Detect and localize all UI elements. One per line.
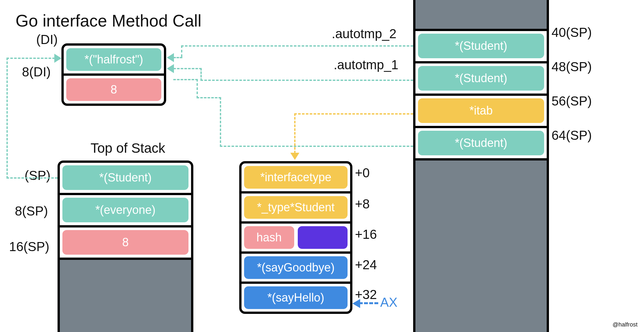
arrow-autotmp1-head — [167, 64, 174, 73]
stack-left-row-1: *(everyone) — [60, 195, 191, 227]
page-title: Go interface Method Call — [16, 11, 201, 30]
arrow-itab-head — [290, 153, 299, 160]
stack-right-row-1: *(Student) — [415, 63, 547, 96]
itab-row-2: hash — [242, 224, 350, 254]
itab-offset-0: +0 — [355, 166, 370, 180]
stack-right: *(Student) *(Student) *itab *(Student) — [413, 0, 549, 332]
stack-left-row-0: *(Student) — [60, 163, 191, 195]
stack-left-label-0: (SP) — [25, 168, 50, 183]
stack-left: *(Student) *(everyone) 8 — [58, 160, 193, 332]
right-label-sp-40: 40(SP) — [552, 25, 592, 40]
itab-cell-pad — [297, 225, 349, 250]
itab-row-4: *(sayHello) — [242, 284, 350, 312]
arrow-autotmp1-h — [200, 80, 413, 81]
itab-cell-hash: hash — [243, 225, 295, 250]
ax-label: AX — [380, 295, 397, 310]
stack-right-row-2: *itab — [415, 96, 547, 128]
arrow-autotmp2-h1 — [181, 45, 413, 47]
arrow-64sp-h2 — [197, 97, 221, 98]
stack-right-filler-top — [415, 0, 547, 31]
arrow-autotmp2-v — [181, 45, 182, 57]
itab-offset-3: +24 — [355, 258, 377, 272]
di-row-0: *("halfrost") — [64, 46, 164, 76]
stack-left-cell-8: 8 — [61, 229, 189, 256]
arrow-64sp-h — [220, 146, 413, 147]
stack-right-filler-bottom — [415, 160, 547, 332]
itab-row-3: *(sayGoodbye) — [242, 254, 350, 284]
itab-cell-type-student: *_type*Student — [243, 195, 349, 220]
right-label-autotmp1: .autotmp_1 — [334, 58, 398, 72]
stack-right-cell-student-3: *(Student) — [417, 130, 545, 156]
arrow-sp-head — [54, 54, 61, 63]
right-label-sp-48: 48(SP) — [552, 60, 592, 74]
stack-left-cell-everyone: *(everyone) — [61, 197, 189, 223]
arrow-sp-v — [6, 58, 8, 179]
di-label-bottom: 8(DI) — [22, 65, 51, 79]
itab-offset-2: +16 — [355, 227, 377, 242]
itab-block: *interfacetype *_type*Student hash *(say… — [239, 161, 352, 314]
stack-right-cell-itab: *itab — [417, 97, 545, 124]
stack-left-title: Top of Stack — [91, 140, 165, 156]
stack-left-label-2: 16(SP) — [9, 239, 49, 254]
di-cell-halfrost: *("halfrost") — [65, 47, 162, 72]
arrow-64sp-h3 — [173, 79, 198, 80]
itab-offset-1: +8 — [355, 197, 370, 211]
arrow-autotmp1-h2 — [173, 68, 202, 69]
stack-left-row-2: 8 — [60, 227, 191, 260]
arrow-64sp-v — [220, 97, 221, 147]
arrow-64sp-v2 — [197, 79, 198, 98]
stack-right-row-0: *(Student) — [415, 31, 547, 63]
stack-left-filler — [60, 260, 191, 332]
stack-right-row-3: *(Student) — [415, 128, 547, 160]
arrow-itab-h — [294, 113, 413, 115]
itab-offset-4: +32 — [355, 287, 377, 302]
right-label-sp-64: 64(SP) — [552, 128, 592, 143]
itab-cell-sayhello: *(sayHello) — [243, 285, 349, 310]
di-row-1: 8 — [64, 76, 164, 104]
right-label-autotmp2: .autotmp_2 — [332, 27, 396, 41]
itab-cell-interfacetype: *interfacetype — [243, 165, 349, 190]
di-block: *("halfrost") 8 — [61, 43, 166, 106]
arrow-sp-h2 — [6, 58, 55, 59]
stack-left-label-1: 8(SP) — [15, 204, 48, 218]
stack-right-cell-student-1: *(Student) — [417, 65, 545, 92]
arrow-autotmp2-head — [167, 53, 174, 62]
arrow-itab-v — [294, 113, 295, 153]
arrow-autotmp2-h2 — [173, 57, 182, 58]
credit: @halfrost — [613, 321, 638, 328]
itab-row-0: *interfacetype — [242, 163, 350, 194]
itab-row-1: *_type*Student — [242, 194, 350, 224]
arrow-autotmp1-v — [200, 68, 202, 81]
stack-left-cell-student: *(Student) — [61, 164, 189, 191]
right-label-sp-56: 56(SP) — [552, 94, 592, 108]
di-label-top: (DI) — [36, 32, 58, 47]
itab-cell-saygoodbye: *(sayGoodbye) — [243, 255, 349, 280]
di-cell-8: 8 — [65, 77, 162, 102]
ax-arrow-line — [359, 302, 378, 304]
stack-right-cell-student-0: *(Student) — [417, 33, 545, 59]
